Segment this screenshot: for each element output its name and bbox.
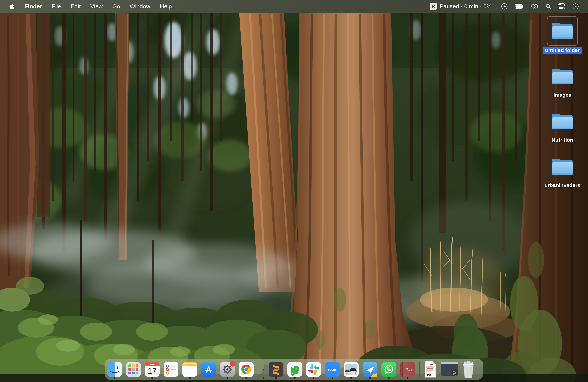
slack-icon — [306, 362, 321, 377]
folder-untitled-folder[interactable]: untitled folder — [542, 16, 582, 54]
dock-finder[interactable] — [107, 360, 122, 379]
menu-item-go[interactable]: Go — [108, 0, 125, 13]
folder-selection-box — [547, 16, 578, 46]
spotlight-search-icon[interactable] — [542, 0, 555, 13]
dock-unknown-app[interactable] — [262, 360, 265, 379]
svg-text:FEB: FEB — [150, 363, 155, 366]
dock-sublime-text[interactable] — [269, 360, 283, 379]
folder-icon — [550, 21, 574, 40]
dock: FEB 17 — [105, 359, 483, 380]
folder-label[interactable]: Nutrition — [552, 137, 573, 143]
dock-whatsapp[interactable] — [381, 360, 396, 379]
menu-item-finder[interactable]: Finder — [20, 0, 47, 13]
folder-images[interactable]: images — [542, 62, 582, 98]
trash-full-icon — [462, 361, 475, 378]
running-indicator — [332, 377, 333, 379]
folder-label[interactable]: untitled folder — [543, 47, 582, 54]
running-indicator — [114, 377, 116, 379]
running-indicator — [313, 377, 315, 379]
menu-item-view[interactable]: View — [85, 0, 107, 13]
svg-text:PDF: PDF — [427, 373, 432, 376]
running-indicator — [245, 377, 247, 379]
dock-notes[interactable] — [182, 360, 197, 379]
sublime-badge — [452, 370, 458, 376]
reminders-icon — [164, 362, 178, 377]
dock-spark[interactable] — [363, 360, 378, 379]
control-center-icon[interactable] — [555, 0, 569, 13]
finder-icon — [107, 362, 122, 377]
dock-system-settings[interactable]: 1 — [220, 360, 235, 379]
unknown-app-icon — [263, 369, 264, 370]
timer-app-badge[interactable]: R — [430, 3, 437, 10]
link-icon[interactable] — [527, 0, 542, 13]
running-indicator — [227, 377, 228, 379]
launchpad-icon — [126, 362, 141, 377]
folder-icon — [550, 67, 574, 86]
folder-urbaninvaders[interactable]: urbaninvaders — [542, 153, 582, 188]
dock-evernote[interactable] — [287, 360, 302, 379]
dock-trash[interactable] — [462, 360, 475, 379]
dock-preview[interactable] — [344, 360, 358, 379]
dock-slack[interactable] — [306, 360, 321, 379]
clock-icon[interactable] — [569, 0, 582, 13]
dock-chrome[interactable] — [239, 360, 253, 379]
folder-icon — [550, 157, 574, 177]
svg-text:zoom: zoom — [327, 367, 337, 372]
running-indicator — [275, 377, 277, 379]
whatsapp-icon — [381, 362, 396, 377]
menu-item-edit[interactable]: Edit — [66, 0, 85, 13]
app-store-icon — [201, 362, 216, 377]
desktop-screen: Finder File Edit View Go Window Help R P… — [0, 0, 588, 382]
running-indicator — [263, 377, 264, 379]
running-indicator — [294, 377, 296, 379]
pdf-document-thumbnail: PDF — [424, 360, 437, 379]
evernote-icon — [287, 362, 302, 377]
menu-item-help[interactable]: Help — [155, 0, 177, 13]
svg-text:Aa: Aa — [405, 366, 412, 373]
apple-menu[interactable] — [7, 3, 16, 10]
running-indicator — [388, 377, 390, 379]
dock-zoom[interactable]: zoom — [325, 360, 340, 379]
running-indicator — [151, 377, 153, 379]
battery-icon[interactable] — [511, 0, 527, 13]
dock-separator — [419, 362, 420, 377]
notes-icon — [182, 362, 197, 377]
zoom-icon: zoom — [325, 362, 340, 377]
dock-minimized-sublime-window[interactable] — [441, 360, 458, 379]
running-indicator — [350, 377, 352, 379]
dock-dictionary[interactable]: Aa — [400, 360, 415, 379]
dock-separator — [258, 362, 258, 377]
dock-launchpad[interactable] — [126, 360, 141, 379]
dock-calendar[interactable]: FEB 17 — [145, 360, 160, 379]
spark-icon — [363, 362, 378, 377]
folder-icon — [550, 112, 574, 132]
dictionary-icon: Aa — [400, 362, 415, 377]
folder-label[interactable]: images — [553, 92, 571, 98]
running-indicator — [189, 377, 191, 379]
svg-text:17: 17 — [148, 366, 157, 375]
dock-app-store[interactable] — [201, 360, 216, 379]
forest-wallpaper — [0, 0, 588, 382]
sublime-window-thumbnail — [441, 362, 458, 377]
sublime-text-icon — [269, 362, 283, 377]
folder-label[interactable]: urbaninvaders — [545, 182, 580, 188]
menu-bar-status: R Paused · 0 min · 0% — [430, 0, 588, 13]
menu-item-file[interactable]: File — [47, 0, 66, 13]
running-indicator — [369, 377, 371, 379]
play-circle-icon[interactable] — [498, 0, 511, 13]
menu-item-window[interactable]: Window — [125, 0, 155, 13]
menu-bar-left: Finder File Edit View Go Window Help — [0, 0, 177, 13]
system-settings-icon: 1 — [220, 362, 235, 377]
preview-icon — [344, 362, 358, 377]
menu-bar: Finder File Edit View Go Window Help R P… — [0, 0, 588, 13]
svg-text:1: 1 — [232, 362, 234, 366]
running-indicator — [407, 377, 409, 379]
timer-status-text[interactable]: Paused · 0 min · 0% — [440, 3, 492, 10]
apple-logo-icon — [9, 3, 14, 10]
dock-minimized-pdf-window[interactable]: PDF — [424, 360, 437, 379]
calendar-icon: FEB 17 — [145, 362, 160, 377]
settings-notification-badge: 1 — [230, 361, 236, 367]
chrome-icon — [239, 362, 253, 377]
dock-reminders[interactable] — [164, 360, 178, 379]
folder-nutrition[interactable]: Nutrition — [542, 108, 582, 143]
